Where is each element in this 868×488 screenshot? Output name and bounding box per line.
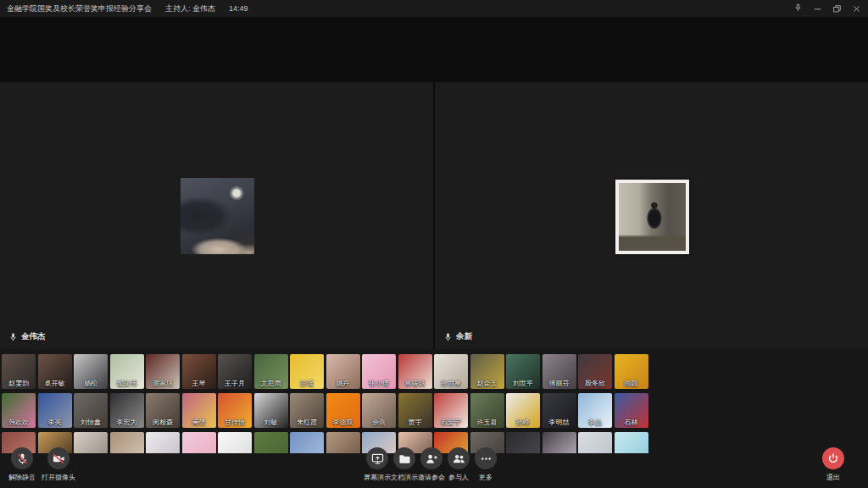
participant-thumbnail[interactable]: 李明喆 [542,393,576,428]
close-button[interactable] [847,0,866,17]
participant-thumbnail[interactable] [542,432,576,453]
participant-name: 刘世平 [506,379,540,388]
avatar-right-photo-inner [619,183,686,251]
participant-thumbnail[interactable]: 文思雨 [254,354,288,389]
participant-name: 尚靓 [615,379,648,388]
participant-thumbnail[interactable]: 李宏为 [110,393,144,428]
participant-name: 朱红霞 [290,418,324,427]
participant-name: 石安宁 [434,418,468,427]
participant-thumbnail[interactable]: 殷冬欣 [578,354,612,389]
participant-thumbnail[interactable]: 杨松 [74,354,108,389]
participant-thumbnail[interactable]: 李德双 [326,393,360,428]
speaker-name-tag-right: 余新 [444,331,472,342]
participant-name: 李明喆 [542,418,576,427]
maximize-button[interactable] [827,0,847,17]
participant-thumbnail[interactable]: 傅丽芬 [542,354,576,389]
participant-thumbnail[interactable]: 刘怡鑫 [74,393,108,428]
participant-name: 冷亦星 [434,379,468,388]
titlebar: 金融学院国奖及校长荣誉奖申报经验分享会 主持人: 金伟杰 14:49 [0,0,868,17]
participant-name: 肖筱琪 [398,379,432,388]
minimize-button[interactable] [808,0,827,17]
participant-name: 余燕 [362,418,396,427]
participant-thumbnail[interactable]: 李晶 [578,393,612,428]
window-controls [788,0,866,17]
participant-name: 文思雨 [254,379,288,388]
participant-thumbnail[interactable]: 闵相森 [146,393,180,428]
participant-thumbnail[interactable]: 赵金玉 [470,354,504,389]
participant-name: 甘佳怡 [218,418,252,427]
mic-icon [444,332,452,342]
toolbar-right: 退出 [820,447,847,482]
participant-thumbnail[interactable] [290,432,324,453]
participant-thumbnail[interactable] [218,432,252,453]
participant-name: 石林 [615,418,648,427]
participant-thumbnail[interactable]: 孙峰 [506,393,540,428]
participant-name: 翟亚伟 [110,379,144,388]
participant-thumbnail[interactable]: 彭瑶 [290,354,324,389]
participant-thumbnail[interactable]: 谢家琪 [146,354,180,389]
participant-thumbnail[interactable]: 南倩 [182,393,216,428]
participant-thumbnail[interactable]: 翟亚伟 [110,354,144,389]
participant-name: 韩欢欢 [2,418,36,427]
participant-thumbnail[interactable] [254,432,288,453]
exit-button-label: 退出 [826,473,840,482]
participant-name: 王琴 [182,379,216,388]
mic-off-icon [11,447,33,469]
participant-thumbnail[interactable] [182,432,216,453]
participant-thumbnail[interactable]: 张小倩 [362,354,396,389]
pin-icon[interactable] [788,0,808,17]
participant-thumbnail[interactable] [110,432,144,453]
video-panel-left[interactable]: 金伟杰 [0,82,433,349]
toolbar-center: 屏幕演示文档演示邀请参会参与人更多 [364,447,499,482]
participant-thumbnail[interactable]: 贾宇 [398,393,432,428]
more-button-label: 更多 [479,473,492,482]
participant-thumbnail[interactable]: 甘佳怡 [218,393,252,428]
screen-share-button[interactable]: 屏幕演示 [364,447,391,482]
participant-thumbnail[interactable]: 赵雯韵 [2,354,36,389]
participant-thumbnail[interactable]: 王琴 [182,354,216,389]
more-button[interactable]: 更多 [472,447,499,482]
participant-name: 刘怡鑫 [74,418,108,427]
participants-icon [448,447,470,469]
camera-button[interactable]: 打开摄像头 [42,447,75,482]
unmute-button-label: 解除静音 [8,473,36,482]
exit-button[interactable]: 退出 [820,447,847,482]
participant-thumbnail[interactable]: 卓开敏 [38,354,72,389]
unmute-button[interactable]: 解除静音 [8,447,36,482]
participant-thumbnail[interactable]: 姚丹 [326,354,360,389]
participant-thumbnail[interactable] [506,432,540,453]
participant-name: 刘敏 [254,418,288,427]
doc-share-button[interactable]: 文档演示 [391,447,418,482]
meeting-time: 14:49 [229,4,248,13]
participant-thumbnail[interactable]: 石安宁 [434,393,468,428]
invite-button[interactable]: 邀请参会 [418,447,445,482]
participant-thumbnail[interactable] [578,432,612,453]
doc-share-button-label: 文档演示 [391,473,418,482]
participant-thumbnail[interactable]: 朱红霞 [290,393,324,428]
participant-thumbnail[interactable]: 王子月 [218,354,252,389]
participant-thumbnail[interactable]: 刘世平 [506,354,540,389]
participant-name: 李德双 [326,418,360,427]
participant-thumbnail[interactable]: 刘敏 [254,393,288,428]
participant-name: 李晶 [578,418,612,427]
video-panel-right[interactable]: 余新 [435,82,868,349]
participant-thumbnail[interactable]: 韩欢欢 [2,393,36,428]
participant-thumbnail[interactable]: 石林 [615,393,648,428]
participants-button[interactable]: 参与人 [445,447,472,482]
participant-thumbnail[interactable] [74,432,108,453]
participant-row [2,432,651,453]
toolbar-left: 解除静音打开摄像头 [8,447,75,482]
participant-thumbnail[interactable]: 肖筱琪 [398,354,432,389]
participant-thumbnail[interactable]: 冷亦星 [434,354,468,389]
participant-thumbnail[interactable]: 李亮 [38,393,72,428]
participant-thumbnail[interactable] [615,432,648,453]
participant-thumbnail[interactable]: 许玉君 [470,393,504,428]
participant-thumbnail[interactable] [326,432,360,453]
participant-thumbnail[interactable]: 尚靓 [615,354,648,389]
stage: 金伟杰 余新 [0,82,868,349]
participant-thumbnail[interactable]: 余燕 [362,393,396,428]
speaker-name-tag-left: 金伟杰 [9,331,46,342]
screen-share-button-label: 屏幕演示 [364,473,391,482]
participant-name: 彭瑶 [290,379,324,388]
participant-thumbnail[interactable] [146,432,180,453]
